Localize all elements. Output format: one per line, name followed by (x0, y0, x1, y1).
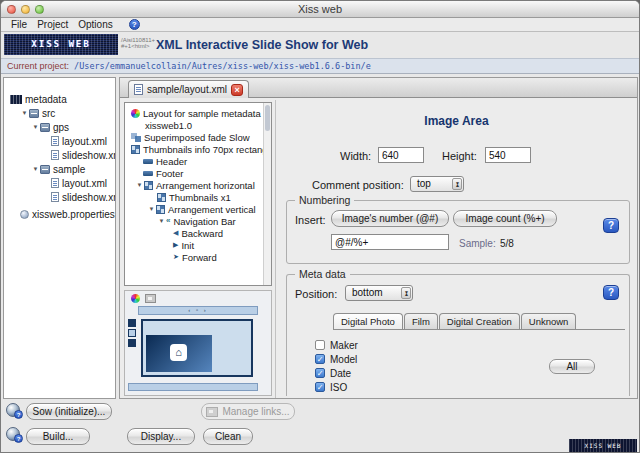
width-field[interactable] (378, 147, 424, 163)
metadata-position-select[interactable]: bottom (345, 285, 413, 301)
zoom-window-button[interactable] (35, 5, 44, 14)
expander-icon[interactable] (135, 182, 144, 188)
xml-file-icon (51, 150, 59, 160)
iso-checkbox[interactable]: ✓ (315, 382, 325, 392)
tree-item-sample[interactable]: sample (4, 162, 115, 176)
tree-item-xissweb-properties[interactable]: xissweb.properties (4, 207, 115, 221)
scrollbar-thumb[interactable] (265, 105, 270, 131)
build-button[interactable]: Build... (26, 428, 90, 445)
maker-checkbox[interactable]: ✓ (315, 340, 325, 350)
folder-icon (29, 109, 39, 118)
tree-item-src[interactable]: src (4, 106, 115, 120)
preview-header-bar[interactable]: ‹ ▫ › (138, 306, 258, 315)
all-button[interactable]: All (549, 359, 595, 374)
sample-label: Sample: (459, 238, 496, 249)
tree-item-label: xissweb.properties (32, 209, 115, 220)
tree-item-label: metadata (25, 94, 67, 105)
layout-tree-item-arrangement-horizontal[interactable]: Arrangement horizontal (125, 179, 271, 191)
layout-tree-item-header[interactable]: Header (125, 155, 271, 167)
position-label: Position: (295, 288, 337, 300)
tree-item-sample-layout-xml[interactable]: layout.xml (4, 176, 115, 190)
tab-digital-creation[interactable]: Digital Creation (439, 313, 520, 329)
comment-position-select[interactable]: top (410, 176, 464, 192)
metadata-help-button[interactable]: ? (603, 285, 619, 300)
layout-tree-item-transition[interactable]: Superimposed fade Slow (125, 131, 271, 143)
image-number-button[interactable]: Image's number (@#) (331, 210, 449, 227)
tab-digital-photo[interactable]: Digital Photo (333, 313, 403, 329)
layout-tree-item-thumbnails-x1[interactable]: Thumbnails x1 (125, 191, 271, 203)
expander-icon[interactable] (31, 166, 40, 172)
folder-icon (40, 165, 50, 174)
properties-file-icon (20, 210, 29, 219)
model-checkbox[interactable]: ✓ (315, 354, 325, 364)
tab-sample-layout-xml[interactable]: sample/layout.xml × (128, 80, 249, 98)
preview-image-box[interactable]: ⌂ (146, 335, 212, 372)
home-icon[interactable]: ⌂ (170, 344, 187, 361)
layout-tree-item-navigation-bar[interactable]: Navigation Bar (125, 215, 271, 227)
expander-icon[interactable] (31, 124, 40, 130)
checkbox-row-date[interactable]: ✓ Date (315, 367, 351, 379)
layout-tree-label: Backward (181, 228, 223, 239)
close-window-button[interactable] (7, 5, 16, 14)
tab-unknown[interactable]: Unknown (521, 313, 577, 329)
tab-film[interactable]: Film (404, 313, 438, 329)
numbering-help-button[interactable]: ? (603, 218, 619, 233)
file-tree-panel: metadata src gps layout.xml slideshow.xm… (3, 77, 116, 399)
layout-tree-item-arrangement-vertical[interactable]: Arrangement vertical (125, 203, 271, 215)
menu-project[interactable]: Project (37, 19, 68, 30)
tab-close-button[interactable]: × (231, 84, 243, 96)
expander-icon[interactable] (157, 218, 166, 224)
tree-item-label: src (42, 108, 55, 119)
layout-tree-item-forward[interactable]: Forward (125, 251, 271, 263)
expander-icon[interactable] (20, 110, 29, 116)
menu-options[interactable]: Options (78, 19, 112, 30)
layout-tree-label: Navigation Bar (173, 216, 235, 227)
layout-tree-item-footer[interactable]: Footer (125, 167, 271, 179)
layout-tree-label: Layout for sample metadata and ar (143, 108, 272, 119)
tree-item-gps[interactable]: gps (4, 120, 115, 134)
title-bar[interactable]: Xiss web (1, 1, 639, 18)
layout-tree-item-init[interactable]: Init (125, 239, 271, 251)
layout-tree-item-backward[interactable]: Backward (125, 227, 271, 239)
date-checkbox[interactable]: ✓ (315, 368, 325, 378)
menu-file[interactable]: File (11, 19, 27, 30)
help-icon[interactable]: ? (129, 19, 140, 30)
height-field[interactable] (485, 147, 531, 163)
app-window: Xiss web File Project Options ? XISS WEB… (0, 0, 640, 453)
expander-icon[interactable] (147, 206, 156, 212)
header-icon (143, 159, 153, 164)
preview-thumb-square[interactable] (128, 329, 136, 337)
layout-tree-scrollbar[interactable] (263, 103, 271, 285)
preview-thumb-square[interactable] (128, 339, 136, 347)
image-count-button[interactable]: Image count (%+) (453, 210, 557, 227)
window-title: Xiss web (1, 1, 639, 17)
display-button[interactable]: Display... (127, 428, 195, 445)
numbering-pattern-field[interactable] (331, 234, 449, 250)
preview-image-area-selected[interactable]: ⌂ (141, 319, 253, 377)
check-icon: ✓ (316, 369, 324, 378)
preview-thumb-square[interactable] (128, 319, 136, 327)
layout-tree-item-root-line2[interactable]: xissweb1.0 (125, 119, 271, 131)
minimize-window-button[interactable] (21, 5, 30, 14)
check-icon: ✓ (316, 383, 324, 392)
insert-label: Insert: (295, 214, 326, 226)
build-help-icon[interactable]: ? (6, 427, 20, 441)
tree-item-gps-slideshow-xml[interactable]: slideshow.xml (4, 148, 115, 162)
preview-footer-bar[interactable] (128, 383, 258, 391)
logo-caption: /Aisi110811+#+1<html> (121, 37, 155, 49)
checkbox-row-iso[interactable]: ✓ ISO (315, 381, 347, 393)
checkbox-row-model[interactable]: ✓ Model (315, 353, 357, 365)
xml-file-icon (51, 136, 59, 146)
traffic-lights (7, 5, 44, 14)
sow-initialize-button[interactable]: Sow (initialize)... (26, 403, 112, 420)
metadata-group: Meta data Position: bottom ? Digital Pho… (286, 274, 630, 396)
tree-item-gps-layout-xml[interactable]: layout.xml (4, 134, 115, 148)
layout-tree-item-thumbnails-info[interactable]: Thumbnails info 70px rectangle (125, 143, 271, 155)
sow-help-icon[interactable]: ? (6, 403, 20, 417)
links-icon (206, 407, 218, 417)
tree-item-metadata[interactable]: metadata (4, 92, 115, 106)
checkbox-row-maker[interactable]: ✓ Maker (315, 339, 358, 351)
clean-button[interactable]: Clean (203, 428, 253, 445)
tree-item-sample-slideshow-xml[interactable]: slideshow.xml (4, 190, 115, 204)
layout-tree-item-root[interactable]: Layout for sample metadata and ar (125, 107, 271, 119)
